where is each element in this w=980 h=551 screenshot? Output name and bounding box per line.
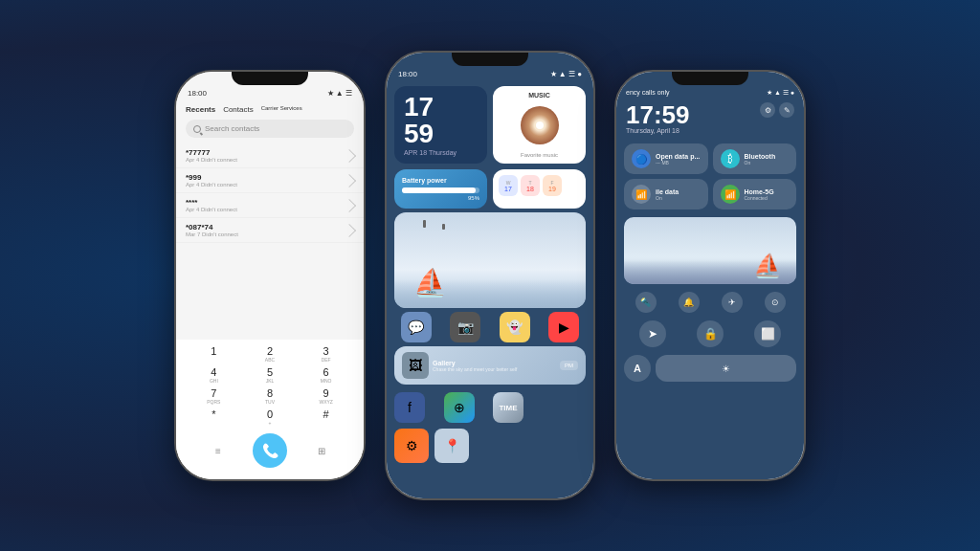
cc-date-icons: ⚙ ✎	[760, 102, 794, 118]
bluetooth-tile-sub: On	[745, 160, 776, 165]
camera-icon[interactable]: 📷	[450, 312, 480, 342]
gallery-widget[interactable]: 🖼 Gallery Chase the sky and meet your be…	[394, 346, 586, 385]
cal-day-t: T 18	[521, 175, 540, 196]
dial-row-3: 7PQRS 8TUV 9WXYZ	[186, 387, 354, 405]
gallery-title: Gallery	[433, 360, 517, 366]
screenshot-button[interactable]: ⬜	[754, 320, 781, 347]
cc-scene: ⛵	[624, 217, 796, 284]
dial-key-8[interactable]: 8TUV	[256, 387, 283, 405]
lock-button[interactable]: 🔒	[697, 320, 724, 347]
dial-key-star[interactable]: *	[200, 408, 227, 426]
music-widget[interactable]: MUSIC Favorite music	[493, 86, 586, 164]
bluetooth-tile-icon: ₿	[721, 149, 740, 168]
screen-button[interactable]: ⊙	[765, 292, 786, 313]
chrome-icon[interactable]: ⊕	[444, 392, 475, 423]
cc-circle-buttons: ➤ 🔒 ⬜	[616, 317, 804, 351]
music-title: MUSIC	[528, 92, 550, 99]
search-placeholder: Search contacts	[205, 124, 259, 133]
dial-key-4[interactable]: 4GHI	[200, 366, 227, 384]
accessibility-button[interactable]: A	[624, 355, 651, 382]
navigation-button[interactable]: ➤	[639, 320, 666, 347]
youtube-icon[interactable]: ▶	[548, 312, 579, 342]
dial-key-hash[interactable]: #	[313, 408, 340, 426]
cc-gear-icon[interactable]: ⚙	[760, 102, 775, 118]
cc-tile-wifi[interactable]: 📶 Home-5G Connected	[713, 179, 797, 209]
mobile-tile-icon: 📶	[632, 185, 651, 204]
status-bar-2: 18:00 ★ ▲ ☰ ●	[387, 53, 593, 82]
dial-key-7[interactable]: 7PQRS	[200, 387, 227, 405]
bottom-apps-grid: f ⊕ TIME	[387, 388, 593, 427]
battery-widget: Battery power 95%	[394, 169, 487, 209]
dial-key-0[interactable]: 0+	[256, 408, 283, 426]
home-status-time: 18:00	[398, 70, 417, 78]
dial-menu-button[interactable]: ≡	[207, 439, 230, 462]
facebook-icon[interactable]: f	[394, 392, 425, 423]
dial-row-4: * 0+ #	[186, 408, 354, 426]
battery-title: Battery power	[402, 177, 479, 184]
cc-status-text: ency calls only	[626, 89, 670, 97]
tab-recents[interactable]: Recents	[186, 105, 215, 114]
battery-percent: 95%	[402, 195, 479, 201]
call-number-4: *087*74	[186, 223, 345, 231]
call-item-3[interactable]: **** Apr 4 Didn't connect	[176, 193, 364, 218]
dial-key-9[interactable]: 9WXYZ	[313, 387, 340, 405]
brightness-slider[interactable]: ☀	[656, 355, 796, 382]
dial-grid-button[interactable]: ⊞	[310, 439, 333, 462]
dial-key-6[interactable]: 6MNO	[313, 366, 340, 384]
bell-button[interactable]: 🔔	[679, 292, 700, 313]
wifi-tile-label: Home-5G	[745, 188, 774, 195]
data-tile-label: Open data p...	[656, 153, 700, 160]
dial-row-2: 4GHI 5JKL 6MNO	[186, 366, 354, 384]
dial-actions: ≡ ⊞	[186, 430, 354, 472]
wifi-tile-sub: Connected	[745, 195, 774, 201]
maps-icon[interactable]: 📍	[434, 429, 469, 463]
dial-key-5[interactable]: 5JKL	[256, 366, 283, 384]
cc-tile-data[interactable]: 🔵 Open data p... --- MB	[624, 143, 708, 174]
tab-carrier[interactable]: Carrier Services	[261, 105, 302, 114]
home-scene: ⛵	[394, 212, 586, 308]
pm-badge: PM	[560, 361, 578, 370]
dial-key-1[interactable]: 1	[200, 345, 227, 363]
sailboat-icon: ⛵	[413, 267, 447, 298]
clock-minute: 59	[404, 121, 478, 147]
call-chevron-2	[343, 173, 356, 187]
settings-icon[interactable]: ⚙	[394, 429, 429, 463]
bluetooth-tile-label: Bluetooth	[745, 153, 776, 160]
snapchat-icon[interactable]: 👻	[500, 312, 530, 342]
cc-status-bar: ency calls only ★ ▲ ☰ ●	[616, 72, 804, 100]
calendar-days: W 17 T 18 F 19	[499, 175, 580, 196]
search-icon	[193, 125, 201, 133]
search-bar[interactable]: Search contacts	[186, 120, 354, 138]
time-widget: TIME	[493, 392, 523, 423]
cc-tile-mobile[interactable]: 📶 ile data On	[624, 179, 708, 209]
messenger-icon[interactable]: 💬	[401, 312, 432, 342]
data-tile-sub: --- MB	[656, 160, 700, 165]
cc-action-buttons: 🔦 🔔 ✈ ⊙	[616, 288, 804, 317]
call-item-2[interactable]: *999 Apr 4 Didn't connect	[176, 168, 364, 193]
cc-edit-icon[interactable]: ✎	[779, 102, 794, 118]
phones-container: 18:00 ★ ▲ ☰ Recents Contacts Carrier Ser…	[174, 51, 806, 500]
call-detail-4: Mar 7 Didn't connect	[186, 231, 345, 237]
cc-time: 17:59	[626, 102, 690, 127]
cal-day-w: W 17	[499, 175, 518, 196]
dial-key-3[interactable]: 3DEF	[313, 345, 340, 363]
flashlight-button[interactable]: 🔦	[635, 292, 657, 313]
cc-bottom-row: A ☀	[616, 351, 804, 386]
call-number-2: *999	[186, 173, 345, 182]
call-button[interactable]	[253, 433, 287, 468]
home-widget-grid: 17 59 APR 18 Thursday MUSIC Favorite mus…	[387, 82, 593, 212]
calendar-widget: W 17 T 18 F 19	[493, 169, 586, 209]
cal-day-f: F 19	[543, 175, 562, 196]
battery-bar-bg	[402, 187, 479, 193]
call-chevron-1	[343, 148, 356, 162]
recent-calls-list: *77777 Apr 4 Didn't connect *999 Apr 4 D…	[176, 143, 364, 340]
data-tile-icon: 🔵	[632, 149, 651, 168]
cc-tile-bluetooth[interactable]: ₿ Bluetooth On	[713, 143, 797, 174]
airplane-button[interactable]: ✈	[722, 292, 743, 313]
tab-contacts[interactable]: Contacts	[223, 105, 254, 114]
gallery-sub: Chase the sky and meet your better self	[433, 366, 517, 372]
gallery-thumbnail: 🖼	[402, 352, 429, 379]
call-item-4[interactable]: *087*74 Mar 7 Didn't connect	[176, 218, 364, 243]
call-item-1[interactable]: *77777 Apr 4 Didn't connect	[176, 143, 364, 168]
dial-key-2[interactable]: 2ABC	[256, 345, 283, 363]
